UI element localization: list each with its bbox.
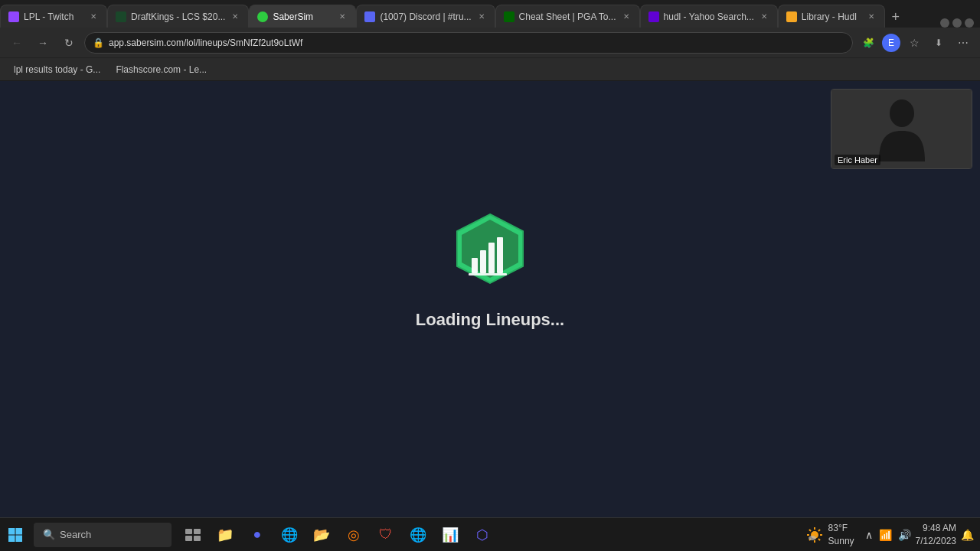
svg-rect-9 [16, 528, 23, 535]
tab-label-pga: Cheat Sheet | PGA To... [519, 11, 616, 22]
bookmark-flashscore[interactable]: Flashscore.com - Le... [109, 63, 213, 77]
back-button[interactable]: ← [6, 32, 28, 54]
bookmark-flashscore-label: Flashscore.com - Le... [116, 64, 207, 75]
svg-rect-8 [8, 528, 15, 535]
svg-line-21 [809, 529, 811, 530]
tab-favicon-discord [364, 11, 375, 22]
lock-icon: 🔒 [93, 37, 104, 48]
app-icon: ⬡ [476, 527, 488, 543]
forward-button[interactable]: → [32, 32, 54, 54]
start-button[interactable] [0, 520, 31, 550]
tab-close-yahoo[interactable]: ✕ [759, 11, 769, 22]
address-bar[interactable]: 🔒 app.sabersim.com/lol/lineups/SmNfZf2ut… [84, 32, 853, 54]
files-icon: 📂 [313, 527, 330, 543]
tab-sabersim[interactable]: SaberSim ✕ [249, 5, 356, 28]
browser-chrome: LPL - Twitch ✕ DraftKings - LCS $20... ✕… [0, 0, 980, 81]
chrome-icon: ◎ [348, 527, 360, 543]
network-icon[interactable]: 📶 [879, 529, 892, 541]
taskbar-app-browser[interactable]: ◎ [338, 520, 369, 550]
taskbar-app-taskview[interactable] [178, 520, 208, 550]
task-view-icon [185, 529, 201, 541]
tab-bar: LPL - Twitch ✕ DraftKings - LCS $20... ✕… [0, 0, 980, 28]
tab-close-saber[interactable]: ✕ [337, 11, 348, 22]
profile-button[interactable]: E [882, 34, 900, 52]
tab-close-hudl[interactable]: ✕ [866, 11, 877, 22]
taskbar-app-edge[interactable]: 🌐 [274, 520, 305, 550]
excel-icon: 📊 [442, 527, 459, 543]
tab-label-discord: (1007) Discord | #tru... [380, 11, 471, 22]
bookmarks-bar: lpl results today - G... Flashscore.com … [0, 58, 980, 81]
taskbar-search-label: Search [60, 529, 91, 540]
weather-widget[interactable]: 83°F Sunny [799, 520, 861, 549]
minimize-button[interactable] [940, 18, 949, 28]
taskbar-app-explorer[interactable]: 📁 [210, 520, 240, 550]
svg-rect-14 [185, 536, 192, 541]
tab-draftkings[interactable]: DraftKings - LCS $20... ✕ [107, 5, 249, 28]
svg-rect-5 [488, 243, 495, 273]
taskbar-app-excel[interactable]: 📊 [435, 520, 466, 550]
svg-rect-7 [469, 273, 507, 276]
taskbar-time-display: 9:48 AM [916, 522, 956, 535]
tab-favicon-pga [504, 11, 514, 22]
svg-rect-15 [194, 536, 201, 541]
bookmark-lpl[interactable]: lpl results today - G... [8, 63, 106, 77]
tab-favicon-hudl [786, 11, 797, 22]
tab-pga[interactable]: Cheat Sheet | PGA To... ✕ [495, 5, 640, 28]
vpn-icon: 🛡 [379, 527, 393, 543]
taskbar-app-chrome[interactable]: 🌐 [403, 520, 433, 550]
svg-line-23 [818, 529, 820, 530]
sabersim-logo [452, 210, 528, 295]
edge-icon: 🌐 [281, 527, 298, 543]
close-button[interactable] [965, 18, 974, 28]
taskbar-app-other[interactable]: ⬡ [467, 520, 498, 550]
sound-icon[interactable]: 🔊 [898, 529, 911, 541]
main-content: Eric Haber Loading Lineups... [0, 81, 980, 459]
chrome2-icon: 🌐 [410, 527, 426, 543]
favorites-button[interactable]: ☆ [903, 32, 925, 54]
tab-close-discord[interactable]: ✕ [476, 11, 487, 22]
svg-rect-6 [497, 237, 503, 273]
notification-icon[interactable]: 🔔 [961, 529, 974, 541]
video-silhouette: Eric Haber [831, 90, 972, 168]
new-tab-button[interactable]: + [885, 6, 906, 28]
downloads-button[interactable]: ⬇ [928, 32, 949, 54]
chevron-up-icon[interactable]: ∧ [865, 529, 873, 541]
video-overlay: Eric Haber [831, 89, 972, 169]
tab-close-twitch[interactable]: ✕ [88, 11, 99, 22]
tab-lpl-twitch[interactable]: LPL - Twitch ✕ [0, 5, 107, 28]
taskbar-app-vpn[interactable]: 🛡 [371, 520, 401, 550]
tab-favicon-yahoo [648, 11, 659, 22]
extensions-button[interactable]: 🧩 [858, 32, 879, 54]
taskbar-search-box[interactable]: 🔍 Search [34, 523, 172, 547]
taskbar-apps: 📁 ● 🌐 📂 ◎ 🛡 🌐 📊 ⬡ [178, 520, 498, 550]
loading-text: Loading Lineups... [416, 310, 564, 330]
tab-label-dk: DraftKings - LCS $20... [131, 11, 225, 22]
tab-label-twitch: LPL - Twitch [24, 11, 74, 22]
svg-rect-10 [8, 535, 15, 542]
svg-rect-4 [480, 250, 486, 273]
tab-favicon-twitch [8, 11, 19, 22]
svg-point-0 [890, 99, 914, 127]
svg-point-25 [808, 536, 816, 540]
taskbar-app-files[interactable]: 📂 [306, 520, 337, 550]
svg-rect-13 [194, 529, 201, 534]
more-button[interactable]: ⋯ [952, 32, 974, 54]
svg-line-22 [818, 538, 820, 540]
bookmark-lpl-label: lpl results today - G... [14, 64, 100, 75]
weather-info: 83°F Sunny [828, 522, 854, 548]
url-text: app.sabersim.com/lol/lineups/SmNfZf2ut9o… [109, 37, 844, 48]
tab-close-pga[interactable]: ✕ [621, 11, 632, 22]
tab-close-dk[interactable]: ✕ [230, 11, 240, 22]
person-silhouette [875, 96, 929, 161]
tab-yahoo[interactable]: hudl - Yahoo Search... ✕ [640, 5, 778, 28]
refresh-button[interactable]: ↻ [58, 32, 80, 54]
maximize-button[interactable] [952, 18, 962, 28]
taskbar-app-discord[interactable]: ● [242, 520, 273, 550]
weather-sun-icon [805, 526, 824, 544]
tab-discord[interactable]: (1007) Discord | #tru... ✕ [356, 5, 495, 28]
weather-temp: 83°F [828, 522, 854, 535]
video-person-label: Eric Haber [835, 155, 880, 165]
taskbar-clock[interactable]: 9:48 AM 7/12/2023 [916, 522, 956, 548]
tab-hudl[interactable]: Library - Hudl ✕ [778, 5, 885, 28]
taskbar-date-display: 7/12/2023 [916, 535, 956, 548]
